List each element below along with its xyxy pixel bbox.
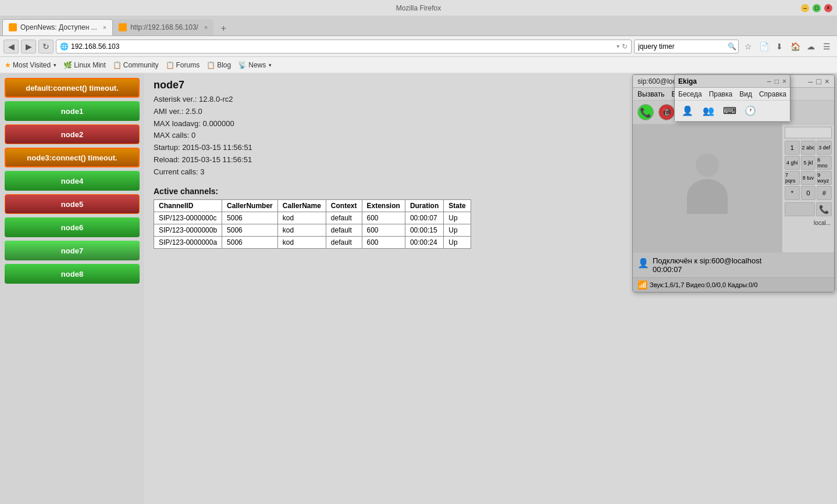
keypad-5[interactable]: 5 jkl <box>801 156 816 170</box>
sip-call-button[interactable]: 📞 <box>637 104 654 120</box>
node8-button[interactable]: node8 <box>5 264 140 284</box>
new-tab-button[interactable]: + <box>216 22 231 35</box>
sync-icon[interactable]: ☁ <box>804 40 818 53</box>
download-icon[interactable]: ⬇ <box>772 40 786 53</box>
sip-minimize[interactable]: – <box>808 77 813 86</box>
maximize-button[interactable]: □ <box>813 4 821 12</box>
table-cell-0-1: 5006 <box>222 212 278 224</box>
table-cell-0-5: 00:00:07 <box>405 212 443 224</box>
keypad-star[interactable]: * <box>785 186 800 200</box>
col-caller-name: CallerName <box>277 199 326 212</box>
address-dropdown-icon[interactable]: ▾ <box>617 43 619 49</box>
keypad-2[interactable]: 2 abc <box>801 141 816 155</box>
sip-status-icon: 👤 <box>637 258 649 269</box>
search-bar[interactable]: 🔍 <box>634 40 739 53</box>
node2-button[interactable]: node2 <box>5 124 140 144</box>
avatar <box>678 153 736 223</box>
ekiga-minimize[interactable]: – <box>767 77 771 85</box>
bookmark-label-news: News <box>248 61 266 69</box>
node6-button[interactable]: node6 <box>5 217 140 237</box>
sip-maximize[interactable]: □ <box>816 77 821 86</box>
back-button[interactable]: ◀ <box>3 40 19 53</box>
keypad-8[interactable]: 8 tuv <box>801 171 816 185</box>
keypad-4[interactable]: 4 ghi <box>785 156 800 170</box>
reload-button[interactable]: ↻ <box>38 40 54 53</box>
ekiga-menu-spravka[interactable]: Справка <box>759 90 786 98</box>
ekiga-dialpad-icon[interactable]: ⌨ <box>721 103 738 119</box>
home-icon[interactable]: 🏠 <box>788 40 802 53</box>
tab-2-label: http://192.168.56.103/ <box>130 23 198 31</box>
bookmark-news[interactable]: 📡 News ▾ <box>238 61 272 69</box>
ekiga-toolbar: 👤 👥 ⌨ 🕐 <box>675 101 790 121</box>
node7-button[interactable]: node7 <box>5 241 140 260</box>
keypad-7[interactable]: 7 pqrs <box>785 171 800 185</box>
table-cell-1-4: 600 <box>362 224 405 236</box>
bookmark-forums[interactable]: 📋 Forums <box>166 61 200 69</box>
keypad-backspace[interactable] <box>785 202 815 216</box>
address-reload-icon[interactable]: ↻ <box>622 42 628 51</box>
address-bar[interactable]: 🌐 ▾ ↻ <box>56 40 632 53</box>
bookmark-community[interactable]: 📋 Community <box>113 61 159 69</box>
keypad-input[interactable] <box>785 127 832 138</box>
sip-body: 1 2 abc 3 def 4 ghi 5 jkl 6 mno 7 pqrs 8… <box>633 124 834 252</box>
table-cell-2-1: 5006 <box>222 236 278 248</box>
table-cell-1-6: Up <box>444 224 471 236</box>
node5-button[interactable]: node5 <box>5 194 140 214</box>
keypad-1[interactable]: 1 <box>785 141 800 155</box>
node3-button[interactable]: node3:connect() timeout. <box>5 148 140 167</box>
col-channel-id: ChannelID <box>154 199 222 212</box>
bookmark-linux-mint[interactable]: 🌿 Linux Mint <box>63 61 106 69</box>
keypad-9[interactable]: 9 wxyz <box>817 171 832 185</box>
tab-1[interactable]: OpenNews: Доступен ... × <box>2 19 113 35</box>
bookmark-label-most-visited: Most Visited <box>13 61 51 69</box>
ekiga-maximize[interactable]: □ <box>775 77 779 85</box>
keypad-hash[interactable]: # <box>817 186 832 200</box>
ekiga-history-icon[interactable]: 🕐 <box>742 103 758 119</box>
ekiga-menubar: Беседа Правка Вид Справка <box>675 88 790 101</box>
star-icon: ★ <box>5 61 11 69</box>
ekiga-menu-beseda[interactable]: Беседа <box>678 90 702 98</box>
bookmark-blog[interactable]: 📋 Blog <box>206 61 231 69</box>
ekiga-title: Ekiga <box>678 77 697 85</box>
tab-2[interactable]: http://192.168.56.103/ × <box>113 19 213 35</box>
sip-menu-call[interactable]: Вызвать <box>637 90 665 98</box>
ekiga-contacts-icon[interactable]: 👥 <box>700 103 717 119</box>
reader-icon[interactable]: 📄 <box>757 40 771 53</box>
forward-button[interactable]: ▶ <box>21 40 36 53</box>
sip-hangup-button[interactable]: 📵 <box>658 104 675 120</box>
tab-2-close[interactable]: × <box>204 24 208 31</box>
ekiga-close[interactable]: × <box>782 77 786 85</box>
col-context: Context <box>326 199 362 212</box>
table-cell-0-3: default <box>326 212 362 224</box>
node4-button[interactable]: node4 <box>5 171 140 191</box>
keypad-0[interactable]: 0 <box>801 186 816 200</box>
tab-1-close[interactable]: × <box>103 24 106 31</box>
table-header-row: ChannelID CallerNumber CallerName Contex… <box>154 199 471 212</box>
minimize-button[interactable]: – <box>801 4 809 12</box>
table-cell-2-3: default <box>326 236 362 248</box>
ekiga-title-controls: – □ × <box>767 77 786 85</box>
search-input[interactable] <box>638 42 725 51</box>
close-button[interactable]: × <box>824 4 832 12</box>
keypad-3[interactable]: 3 def <box>817 141 832 155</box>
ekiga-menu-pravka[interactable]: Правка <box>709 90 733 98</box>
address-input[interactable] <box>71 42 617 51</box>
rss-icon: 📡 <box>238 61 247 69</box>
sip-keypad: 1 2 abc 3 def 4 ghi 5 jkl 6 mno 7 pqrs 8… <box>782 124 834 252</box>
node-default-button[interactable]: default:connect() timeout. <box>5 78 140 98</box>
menu-icon[interactable]: ☰ <box>820 40 834 53</box>
table-row: SIP/123-0000000c5006koddefault60000:00:0… <box>154 212 471 224</box>
keypad-call[interactable]: 📞 <box>816 202 832 216</box>
keypad-6[interactable]: 6 mno <box>817 156 832 170</box>
node1-button[interactable]: node1 <box>5 101 140 121</box>
sip-close[interactable]: × <box>825 77 829 86</box>
search-icon: 🔍 <box>728 42 736 51</box>
navigation-bar: ◀ ▶ ↻ 🌐 ▾ ↻ 🔍 ☆ 📄 ⬇ 🏠 ☁ ☰ <box>0 36 837 57</box>
ekiga-menu-vid[interactable]: Вид <box>739 90 752 98</box>
col-duration: Duration <box>405 199 443 212</box>
tab-bar: OpenNews: Доступен ... × http://192.168.… <box>0 16 837 36</box>
signal-icon: 📶 <box>637 280 647 289</box>
bookmark-most-visited[interactable]: ★ Most Visited ▾ <box>5 61 56 69</box>
ekiga-person-icon[interactable]: 👤 <box>679 103 696 119</box>
bookmark-star-icon[interactable]: ☆ <box>741 40 755 53</box>
